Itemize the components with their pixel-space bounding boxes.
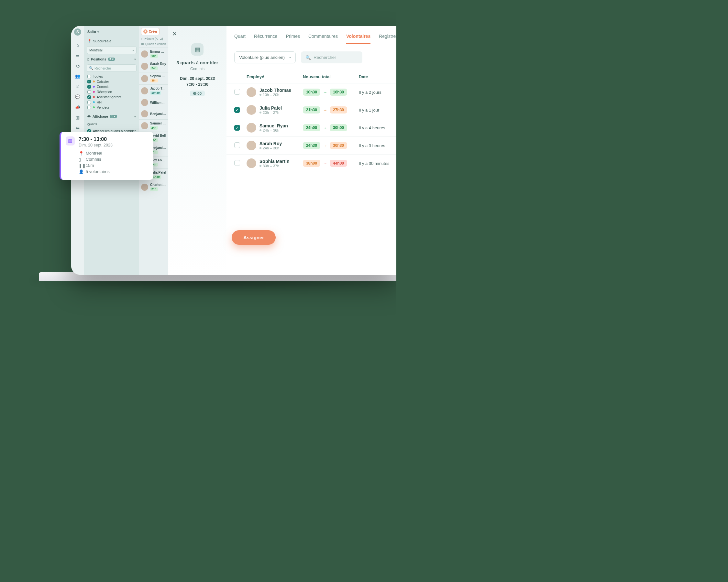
chart-icon[interactable]: ▥ [75, 114, 81, 120]
position-label: Réception [97, 90, 112, 94]
totals: 10h30 → 16h30 [303, 89, 353, 96]
positions-label: Positions [91, 57, 106, 61]
chevron-down-icon: ▾ [134, 58, 136, 61]
positions-header[interactable]: ▯ Positions 3 × ▾ [87, 56, 136, 62]
chat-icon[interactable]: 💬 [75, 94, 81, 100]
check-icon[interactable]: ☑ [75, 83, 81, 89]
sort-button[interactable]: ↕ Prénom (A - Z) [141, 37, 166, 40]
tab-volontaires[interactable]: Volontaires [346, 32, 370, 44]
chevron-down-icon: ▾ [97, 30, 99, 34]
checkbox-icon [87, 75, 91, 78]
pause-icon: ❚❚ [79, 163, 83, 168]
position-label: Assistant-gérant [97, 95, 121, 99]
arrow-icon: → [323, 143, 327, 148]
positions-search[interactable]: 🔍 Recherche [87, 64, 136, 72]
position-row[interactable]: Vendeur [87, 105, 136, 110]
popover-volunteers: 5 volontaires [86, 169, 110, 174]
chevron-down-icon: ▾ [132, 49, 134, 52]
share-icon[interactable]: ⇆ [75, 125, 81, 131]
tab-quart[interactable]: Quart [234, 32, 245, 44]
hours-from: 21h30 [303, 106, 320, 113]
succursale-select[interactable]: Montréal ▾ [87, 46, 136, 54]
position-row[interactable]: Réception [87, 89, 136, 94]
clock-icon[interactable]: ◔ [75, 63, 81, 68]
col-total: Nouveau total [300, 71, 356, 83]
volunteer-name: Julia Patel [259, 105, 282, 111]
chevron-down-icon: ▾ [134, 115, 136, 118]
color-dot [93, 91, 95, 93]
summary-title: 3 quarts à combler [177, 60, 218, 65]
search-input[interactable]: 🔍 Rechercher [301, 51, 362, 63]
position-row[interactable]: ✓Assistant-gérant [87, 94, 136, 100]
hours-badge: 24h [150, 66, 158, 70]
employee-row[interactable]: William Perez [139, 97, 168, 108]
arrow-icon: → [323, 90, 327, 95]
workspace-switcher[interactable]: Salto ▾ [87, 28, 136, 35]
shift-popover: ▦ 7:30 - 13:00 Dim. 20 sept. 2023 📍Montr… [59, 132, 153, 180]
hours-badge: 38h [150, 79, 158, 82]
employee-name: Jacob Thomas [150, 87, 166, 90]
tab-récurrence[interactable]: Récurrence [254, 32, 277, 44]
popover-role: Commis [86, 157, 101, 162]
summary-date: Dim. 20 sept. 2023 [180, 76, 215, 81]
avatar [141, 63, 148, 70]
employee-name: Sophia Martin [150, 74, 166, 78]
row-checkbox[interactable] [234, 89, 240, 95]
tab-registres[interactable]: Registres [379, 32, 396, 44]
tab-primes[interactable]: Primes [286, 32, 300, 44]
employee-row[interactable]: Samuel Ryan 24h [139, 119, 168, 132]
totals: 38h00 → 44h00 [303, 160, 353, 167]
affichage-header[interactable]: 👁 Affichage 1 × ▾ [87, 113, 136, 120]
volunteer-range: 24h – 30h [259, 146, 282, 150]
arrow-icon: → [323, 108, 327, 113]
create-button[interactable]: + Créer [141, 28, 159, 35]
hours-badge: 10h30 [150, 91, 161, 95]
avatar [246, 159, 256, 168]
color-dot [93, 106, 95, 108]
position-row[interactable]: Toutes [87, 74, 136, 79]
employee-row[interactable]: Emma Dion 18h [139, 48, 168, 60]
totals: 24h30 → 30h30 [303, 142, 353, 149]
close-button[interactable]: ✕ [172, 30, 177, 37]
volunteer-date: Il y a 3 heures [356, 137, 396, 155]
succursale-header: 📍 Succursale [87, 37, 136, 44]
succursale-value: Montréal [89, 48, 103, 52]
row-checkbox[interactable] [234, 142, 240, 148]
users-icon[interactable]: 👥 [75, 73, 81, 79]
assign-button[interactable]: Assigner [232, 230, 276, 245]
summary-hours: 7:30 - 13:30 [186, 82, 208, 87]
employee-row[interactable]: Jacob Thomas 10h30 [139, 84, 168, 97]
megaphone-icon[interactable]: 📣 [75, 104, 81, 110]
hours-badge: 21h [150, 187, 158, 191]
volunteer-range: 10h – 20h [259, 93, 291, 97]
home-icon[interactable]: ⌂ [75, 42, 81, 48]
position-row[interactable]: RH [87, 100, 136, 105]
avatar [141, 122, 148, 129]
row-checkbox[interactable]: ✓ [234, 125, 240, 131]
sort-select[interactable]: Volontaire (plus ancien) ▾ [234, 51, 296, 63]
position-row[interactable]: ✓Commis [87, 84, 136, 89]
checkbox-icon [87, 101, 91, 104]
pin-icon: 📍 [79, 151, 83, 156]
employee-row[interactable]: Sarah Roy 24h [139, 60, 168, 72]
avatar [141, 87, 148, 94]
volunteer-date: Il y a 1 jour [356, 101, 396, 119]
col-employee: Employé [243, 71, 300, 83]
quarts-a-combler-row[interactable]: ▦ Quarts à combler [141, 43, 166, 46]
employee-name: William Perez [150, 101, 166, 105]
employee-row[interactable]: Charlotte Côté 21h [139, 181, 168, 193]
employee-name: Emma Dion [150, 50, 166, 53]
search-placeholder: Rechercher [314, 55, 336, 60]
employee-row[interactable]: Sophia Martin 38h [139, 72, 168, 84]
employee-row[interactable]: Benjamin Tallis [139, 108, 168, 119]
menu-icon[interactable]: ☰ [75, 52, 81, 58]
employee-name: Benjamin Tallis [150, 112, 166, 116]
checkbox-icon [87, 90, 91, 94]
avatar [246, 87, 256, 97]
pin-icon: 📍 [87, 39, 92, 43]
row-checkbox[interactable] [234, 160, 240, 166]
tab-commentaires[interactable]: Commentaires [308, 32, 338, 44]
volunteer-range: 20h – 27h [259, 111, 282, 114]
position-row[interactable]: ✓Caissier [87, 79, 136, 84]
row-checkbox[interactable]: ✓ [234, 107, 240, 113]
